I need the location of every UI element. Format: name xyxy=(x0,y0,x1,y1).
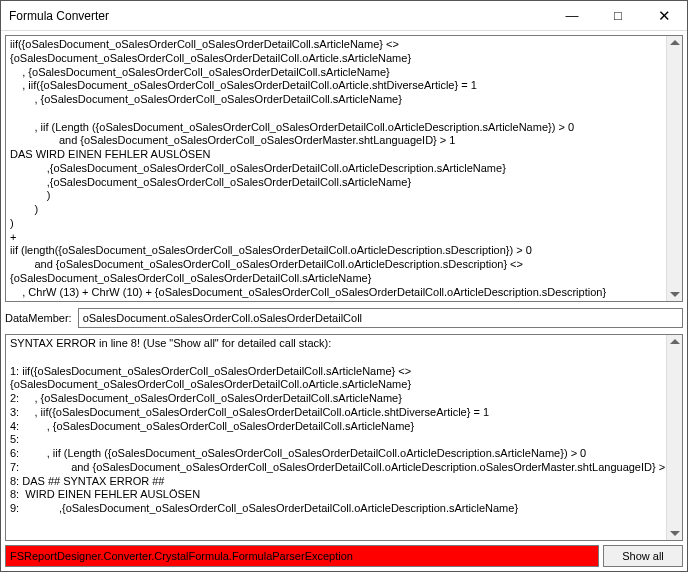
close-button[interactable]: ✕ xyxy=(641,1,687,30)
data-member-label: DataMember: xyxy=(5,312,72,324)
error-output-text: SYNTAX ERROR in line 8! (Use "Show all" … xyxy=(10,337,674,514)
status-error: FSReportDesigner.Converter.CrystalFormul… xyxy=(5,545,599,567)
window-buttons: — □ ✕ xyxy=(549,1,687,30)
titlebar: Formula Converter — □ ✕ xyxy=(1,1,687,31)
formula-text: iif({oSalesDocument_oSalesOrderColl_oSal… xyxy=(10,38,606,302)
show-all-label: Show all xyxy=(622,550,664,562)
error-output[interactable]: SYNTAX ERROR in line 8! (Use "Show all" … xyxy=(5,334,683,541)
data-member-input[interactable] xyxy=(78,308,683,328)
scrollbar-vertical[interactable] xyxy=(666,36,682,301)
minimize-button[interactable]: — xyxy=(549,1,595,30)
formula-editor[interactable]: iif({oSalesDocument_oSalesOrderColl_oSal… xyxy=(5,35,683,302)
content-area: iif({oSalesDocument_oSalesOrderColl_oSal… xyxy=(1,31,687,571)
status-error-text: FSReportDesigner.Converter.CrystalFormul… xyxy=(10,550,353,562)
footer-row: FSReportDesigner.Converter.CrystalFormul… xyxy=(5,545,683,567)
show-all-button[interactable]: Show all xyxy=(603,545,683,567)
app-window: Formula Converter — □ ✕ iif({oSalesDocum… xyxy=(0,0,688,572)
scrollbar-vertical[interactable] xyxy=(666,335,682,540)
data-member-row: DataMember: xyxy=(5,306,683,330)
maximize-button[interactable]: □ xyxy=(595,1,641,30)
window-title: Formula Converter xyxy=(9,9,549,23)
